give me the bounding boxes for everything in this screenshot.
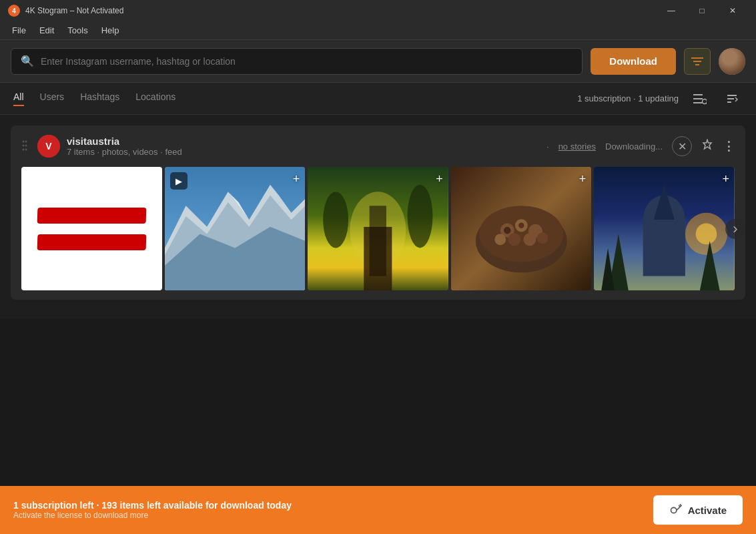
thumbnail-2-overlay-tr: + bbox=[293, 172, 300, 186]
svg-rect-48 bbox=[643, 220, 685, 276]
close-button[interactable]: ✕ bbox=[717, 0, 748, 21]
search-icon: 🔍 bbox=[21, 55, 34, 67]
svg-point-39 bbox=[494, 234, 506, 245]
image-thumbnail-3[interactable]: + bbox=[308, 167, 448, 290]
title-bar-title: 4K Stogram – Not Activated bbox=[25, 6, 123, 15]
banner-sub-text: Activate the license to download more bbox=[13, 511, 292, 520]
avatar-image bbox=[719, 48, 745, 75]
menu-tools[interactable]: Tools bbox=[61, 23, 94, 38]
activate-icon bbox=[669, 502, 683, 519]
svg-point-6 bbox=[703, 99, 707, 103]
forest-image bbox=[308, 167, 448, 290]
maximize-button[interactable]: □ bbox=[687, 0, 717, 21]
search-bar: 🔍 bbox=[11, 48, 583, 75]
tabs-bar: All Users Hashtags Locations 1 subscript… bbox=[0, 83, 756, 115]
subscription-brand-icon: V bbox=[37, 135, 60, 158]
thumbnail-3-overlay-tr: + bbox=[436, 172, 443, 186]
subscription-meta: 7 items · photos, videos · feed bbox=[67, 147, 182, 157]
add-icon-5: + bbox=[722, 172, 729, 186]
sort-button[interactable] bbox=[721, 88, 743, 109]
toolbar: 🔍 Download bbox=[0, 40, 756, 83]
pin-button[interactable] bbox=[701, 139, 713, 154]
cancel-download-button[interactable]: ✕ bbox=[672, 136, 692, 156]
nuts-svg bbox=[451, 167, 592, 290]
title-bar-left: 4 4K Stogram – Not Activated bbox=[8, 5, 123, 17]
tab-hashtags[interactable]: Hashtags bbox=[80, 91, 119, 106]
download-button[interactable]: Download bbox=[591, 48, 676, 75]
pin-icon bbox=[701, 139, 713, 151]
menu-help[interactable]: Help bbox=[95, 23, 126, 38]
flag-art bbox=[21, 194, 162, 264]
church-svg bbox=[594, 167, 735, 290]
thumbnail-2-overlay-tl: ▶ bbox=[170, 172, 187, 190]
image-grid: ▶ + bbox=[21, 167, 735, 290]
filter-icon bbox=[691, 57, 703, 66]
church-image bbox=[594, 167, 735, 290]
svg-point-16 bbox=[25, 148, 27, 150]
subscription-name: visitaustria bbox=[67, 136, 182, 147]
app-icon: 4 bbox=[8, 5, 20, 17]
content-area: V visitaustria 7 items · photos, videos … bbox=[0, 115, 756, 534]
title-bar: 4 4K Stogram – Not Activated — □ ✕ bbox=[0, 0, 756, 21]
title-bar-controls: — □ ✕ bbox=[656, 0, 748, 21]
svg-point-45 bbox=[696, 224, 717, 245]
add-icon: + bbox=[293, 172, 300, 186]
scroll-right-button[interactable]: › bbox=[725, 219, 745, 239]
svg-point-12 bbox=[25, 140, 27, 142]
key-icon bbox=[669, 502, 683, 515]
sort-icon bbox=[726, 93, 738, 105]
image-thumbnail-4[interactable]: + bbox=[451, 167, 592, 290]
avatar[interactable] bbox=[719, 48, 745, 75]
subscription-info: 1 subscription · 1 updating bbox=[577, 93, 679, 103]
tab-all[interactable]: All bbox=[13, 91, 24, 106]
subscription-card: V visitaustria 7 items · photos, videos … bbox=[11, 125, 745, 300]
svg-point-33 bbox=[479, 206, 563, 262]
filter-button[interactable] bbox=[684, 48, 711, 75]
activate-button[interactable]: Activate bbox=[653, 495, 743, 525]
drag-handle[interactable] bbox=[21, 140, 28, 154]
separator-dot: · bbox=[546, 142, 549, 152]
more-options-button[interactable]: ⋮ bbox=[723, 139, 735, 154]
forest-svg bbox=[308, 167, 448, 290]
flag-stroke-1 bbox=[37, 208, 146, 224]
svg-point-14 bbox=[25, 144, 27, 146]
svg-point-42 bbox=[518, 223, 524, 228]
svg-point-40 bbox=[536, 232, 548, 244]
bottom-banner: 1 subscription left · 193 items left ava… bbox=[0, 486, 756, 534]
subscription-header-left: V visitaustria 7 items · photos, videos … bbox=[21, 135, 182, 158]
svg-point-30 bbox=[408, 185, 433, 248]
list-search-icon bbox=[693, 93, 707, 105]
svg-point-13 bbox=[23, 144, 25, 146]
image-thumbnail-2[interactable]: ▶ + bbox=[165, 167, 306, 290]
banner-text: 1 subscription left · 193 items left ava… bbox=[13, 500, 292, 520]
main-content: V visitaustria 7 items · photos, videos … bbox=[0, 115, 756, 318]
menu-bar: File Edit Tools Help bbox=[0, 21, 756, 40]
search-input[interactable] bbox=[41, 56, 573, 67]
subscription-icon: V bbox=[37, 135, 60, 158]
svg-point-52 bbox=[671, 507, 676, 513]
subscription-header: V visitaustria 7 items · photos, videos … bbox=[21, 135, 735, 158]
activate-label: Activate bbox=[688, 505, 727, 516]
image-thumbnail-5[interactable]: + bbox=[594, 167, 735, 290]
subscription-info-text: visitaustria 7 items · photos, videos · … bbox=[67, 136, 182, 157]
menu-file[interactable]: File bbox=[5, 23, 33, 38]
thumbnail-5-overlay-tr: + bbox=[722, 172, 729, 186]
svg-point-29 bbox=[323, 192, 348, 248]
image-thumbnail-1[interactable] bbox=[21, 167, 162, 290]
svg-line-7 bbox=[707, 103, 707, 105]
no-stories-link[interactable]: no stories bbox=[558, 142, 596, 152]
minimize-button[interactable]: — bbox=[656, 0, 687, 21]
svg-point-38 bbox=[523, 233, 536, 246]
svg-point-15 bbox=[23, 148, 25, 150]
tab-users[interactable]: Users bbox=[40, 91, 65, 106]
flag-stroke-2 bbox=[37, 234, 146, 250]
subscription-header-right: · no stories Downloading... ✕ ⋮ bbox=[546, 136, 735, 156]
svg-text:V: V bbox=[45, 141, 52, 152]
list-search-button[interactable] bbox=[689, 88, 711, 109]
svg-point-11 bbox=[23, 140, 25, 142]
tab-locations[interactable]: Locations bbox=[135, 91, 175, 106]
menu-edit[interactable]: Edit bbox=[33, 23, 61, 38]
video-icon: ▶ bbox=[170, 172, 187, 190]
tabs-left: All Users Hashtags Locations bbox=[13, 91, 175, 106]
tabs-right: 1 subscription · 1 updating bbox=[577, 88, 743, 109]
